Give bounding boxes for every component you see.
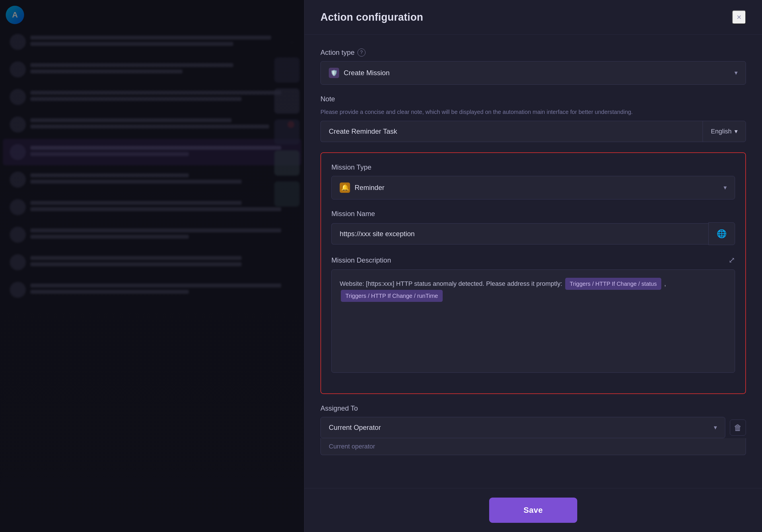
assigned-value: Current Operator [329,423,381,431]
language-button[interactable]: English ▾ [703,121,746,142]
note-description: Please provide a concise and clear note,… [321,108,746,116]
expand-button[interactable]: ⤢ [728,256,735,265]
delete-icon: 🗑 [734,423,742,432]
delete-button[interactable]: 🗑 [730,419,746,435]
assigned-to-section: Assigned To Current Operator ▾ 🗑 Current… [321,404,746,455]
chevron-down-icon: ▾ [714,424,717,431]
modal-header: Action configuration × [304,0,762,35]
highlighted-section: Mission Type 🔔 Reminder ▾ Mission Name [321,152,746,394]
label-text: Mission Type [331,163,371,171]
mission-type-label: Mission Type [331,163,735,171]
mission-type-icon: 🔔 [340,183,350,193]
action-type-label: Action type ? [321,48,746,56]
trigger-tag-2[interactable]: Triggers / HTTP If Change / runTime [341,290,443,302]
separator-text: , [664,280,666,287]
assigned-row: Current Operator ▾ 🗑 [321,417,746,438]
close-button[interactable]: × [732,10,746,24]
label-text: Assigned To [321,404,358,412]
save-label: Save [524,505,543,514]
help-icon[interactable]: ? [357,48,365,56]
description-prefix: Website: [https:xxx] HTTP status anomaly… [340,280,564,287]
assigned-to-label: Assigned To [321,404,746,412]
modal-title: Action configuration [321,11,423,23]
assigned-select[interactable]: Current Operator ▾ [321,417,725,438]
note-label: Note [321,95,746,103]
globe-button[interactable]: 🌐 [708,222,735,245]
select-left: 🔔 Reminder [340,183,384,193]
modal-body: Action type ? 🛡️ Create Mission ▾ Note [304,35,762,488]
language-label: English [711,128,731,135]
save-button[interactable]: Save [489,497,577,523]
mission-name-row: 🌐 [331,222,735,245]
expand-icon: ⤢ [728,256,735,265]
globe-icon: 🌐 [717,229,727,238]
label-text: Mission Description [331,256,391,264]
modal-panel: Action configuration × Action type ? 🛡️ … [304,0,762,532]
note-input[interactable] [321,121,703,142]
mission-type-select[interactable]: 🔔 Reminder ▾ [331,176,735,199]
note-input-row: English ▾ [321,121,746,142]
chevron-down-icon: ▾ [724,184,727,191]
close-icon: × [737,13,741,22]
mission-name-input[interactable] [331,223,708,245]
mission-description-section: Mission Description ⤢ Website: [https:xx… [331,256,735,373]
action-type-value: Create Mission [344,69,390,77]
label-text: Note [321,95,335,103]
modal-footer: Save [304,488,762,532]
mission-desc-header: Mission Description ⤢ [331,256,735,265]
label-text: Mission Name [331,210,375,218]
help-text: ? [360,50,363,55]
note-section: Note Please provide a concise and clear … [321,95,746,142]
chevron-down-icon: ▾ [734,69,738,77]
mission-desc-label: Mission Description [331,256,391,264]
mission-name-section: Mission Name 🌐 [331,210,735,245]
action-type-icon: 🛡️ [329,68,339,78]
action-type-section: Action type ? 🛡️ Create Mission ▾ [321,48,746,85]
mission-name-label: Mission Name [331,210,735,218]
mission-type-value: Reminder [354,184,384,192]
chevron-down-icon: ▾ [734,128,738,135]
trigger-tag-1[interactable]: Triggers / HTTP If Change / status [565,278,661,290]
select-left: 🛡️ Create Mission [329,68,390,78]
sub-operator: Current operator [321,438,746,455]
mission-description-area[interactable]: Website: [https:xxx] HTTP status anomaly… [331,269,735,373]
label-text: Action type [321,48,354,56]
mission-type-section: Mission Type 🔔 Reminder ▾ [331,163,735,199]
action-type-select[interactable]: 🛡️ Create Mission ▾ [321,61,746,85]
